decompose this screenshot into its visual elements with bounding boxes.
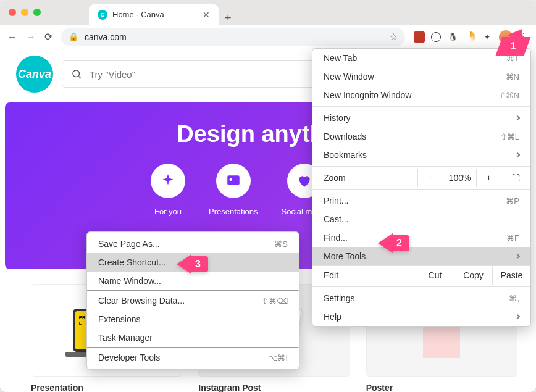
browser-window: C Home - Canva ✕ + ← → ⟳ 🔒 canva.com ☆ 🐧… [0,0,536,392]
sparkle-icon [160,173,176,189]
bookmark-star-icon[interactable]: ☆ [389,31,398,43]
address-bar[interactable]: 🔒 canva.com ☆ [61,28,405,46]
heart-icon [296,173,312,189]
menu-incognito[interactable]: New Incognito Window⇧⌘N [312,86,530,104]
submenu-name-window[interactable]: Name Window... [87,272,299,290]
zoom-out-button[interactable]: − [418,169,443,187]
url-text: canva.com [85,32,127,42]
submenu-extensions[interactable]: Extensions [87,310,299,328]
chevron-right-icon [515,254,520,259]
back-button[interactable]: ← [7,31,17,43]
tab-title: Home - Canva [112,10,198,19]
extension-icon[interactable] [414,31,425,43]
window-controls [9,9,41,16]
canva-logo[interactable]: Canva [16,56,53,93]
menu-history[interactable]: History [312,109,530,127]
canva-favicon-icon: C [98,10,107,20]
toolbar: ← → ⟳ 🔒 canva.com ☆ 🐧 ✦ ⋮ [0,25,536,49]
close-window-button[interactable] [9,9,16,16]
extension-icon[interactable]: 🐧 [447,31,458,43]
submenu-developer-tools[interactable]: Developer Tools⌥⌘I [87,348,299,367]
chevron-right-icon [515,152,520,157]
menu-edit-row: Edit Cut Copy Paste [312,265,530,285]
lock-icon: 🔒 [69,32,78,41]
chevron-right-icon [515,314,520,319]
svg-point-0 [73,70,80,77]
menu-bookmarks[interactable]: Bookmarks [312,146,530,164]
menu-help[interactable]: Help [312,307,530,326]
menu-downloads[interactable]: Downloads⇧⌘L [312,127,530,146]
new-tab-button[interactable]: + [225,12,232,25]
annotation-2: 2 [378,233,409,253]
submenu-save-page[interactable]: Save Page As...⌘S [87,235,299,253]
menu-find[interactable]: Find...⌘F [312,228,530,247]
search-icon [71,69,82,80]
tab-strip: C Home - Canva ✕ + [89,0,232,25]
forward-button[interactable]: → [26,31,36,43]
more-tools-submenu: Save Page As...⌘S Create Shortcut... Nam… [86,231,299,370]
type-presentations[interactable]: Presentations [209,164,258,216]
menu-cut[interactable]: Cut [416,265,454,285]
fullscreen-button[interactable]: ⛶ [501,169,530,187]
extension-icon[interactable] [464,31,475,43]
maximize-window-button[interactable] [33,9,41,16]
menu-copy[interactable]: Copy [454,265,492,285]
close-tab-button[interactable]: ✕ [203,10,210,20]
presentation-icon [225,173,241,189]
minimize-window-button[interactable] [21,9,28,16]
browser-tab[interactable]: C Home - Canva ✕ [89,4,219,25]
chevron-right-icon [515,115,520,120]
zoom-value: 100% [443,169,476,187]
menu-settings[interactable]: Settings⌘, [312,289,530,307]
menu-new-window[interactable]: New Window⌘N [312,67,530,86]
menu-cast[interactable]: Cast... [312,210,530,228]
submenu-clear-browsing[interactable]: Clear Browsing Data...⇧⌘⌫ [87,291,299,310]
svg-point-3 [229,178,232,181]
reload-button[interactable]: ⟳ [44,31,52,43]
annotation-3: 3 [177,254,208,274]
annotation-1: 1 [499,37,527,56]
type-for-you[interactable]: For you [151,164,185,216]
chrome-main-menu: New Tab⌘T New Window⌘N New Incognito Win… [312,48,531,327]
zoom-in-button[interactable]: + [476,169,501,187]
pocket-icon[interactable] [431,32,441,42]
menu-zoom: Zoom − 100% + ⛶ [312,169,530,187]
menu-paste[interactable]: Paste [492,265,530,285]
submenu-task-manager[interactable]: Task Manager [87,328,299,347]
svg-line-1 [78,76,80,78]
extensions-puzzle-icon[interactable]: ✦ [482,31,493,43]
menu-print[interactable]: Print...⌘P [312,191,530,210]
svg-rect-2 [227,175,240,185]
titlebar: C Home - Canva ✕ + [0,0,536,25]
menu-more-tools[interactable]: More Tools [312,247,530,265]
